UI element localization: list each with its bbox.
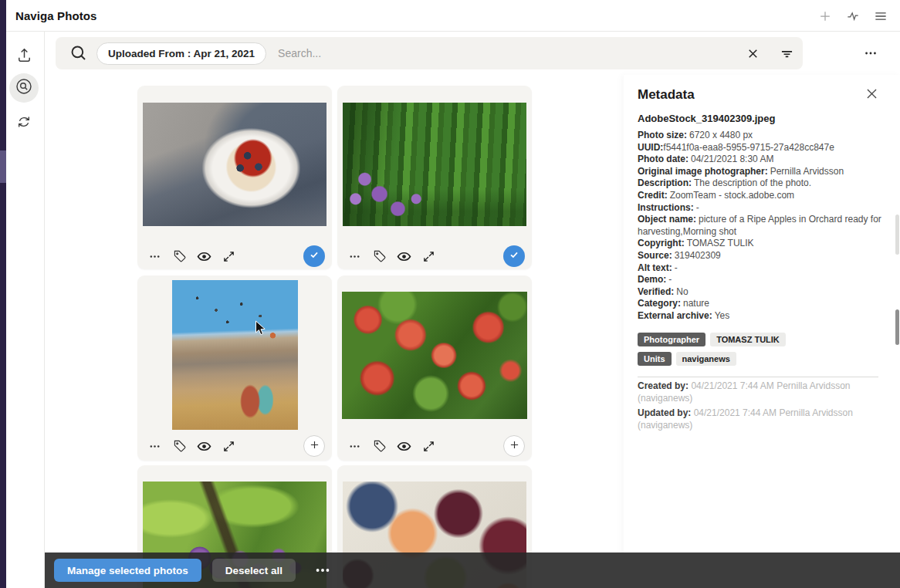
search-filter-chip[interactable]: Uploaded From : Apr 21, 2021 bbox=[96, 42, 266, 65]
search-row: Uploaded From : Apr 21, 2021 Search... bbox=[45, 32, 900, 75]
metadata-field: Photo size:6720 x 4480 px bbox=[638, 130, 892, 142]
photo-card bbox=[337, 86, 532, 269]
eye-icon[interactable] bbox=[397, 439, 411, 454]
tag-row: Photographer TOMASZ TULIK bbox=[638, 333, 889, 346]
expand-icon[interactable] bbox=[421, 439, 436, 454]
updated-by: Updated by: 04/21/2021 7:44 AM Pernilla … bbox=[638, 407, 889, 431]
refresh-icon bbox=[15, 113, 32, 133]
metadata-fields: Photo size:6720 x 4480 px UUID:f5441f0a-… bbox=[638, 130, 892, 323]
metadata-field: Demo:- bbox=[638, 274, 892, 286]
filter-icon[interactable] bbox=[778, 45, 795, 62]
tag-icon[interactable] bbox=[172, 249, 187, 264]
panel-title: Metadata bbox=[638, 87, 889, 103]
metadata-field: Source:319402309 bbox=[638, 250, 892, 262]
check-icon bbox=[508, 248, 520, 264]
more-icon[interactable] bbox=[147, 249, 162, 264]
tag-value-badge[interactable]: TOMASZ TULIK bbox=[710, 333, 786, 346]
upload-button[interactable] bbox=[9, 42, 39, 71]
expand-icon[interactable] bbox=[421, 249, 436, 264]
metadata-field: Description:The description of the photo… bbox=[638, 177, 892, 190]
expand-icon[interactable] bbox=[222, 249, 236, 264]
select-add-button[interactable] bbox=[303, 435, 325, 457]
divider bbox=[638, 377, 878, 377]
photo-card bbox=[337, 275, 532, 461]
activity-icon[interactable] bbox=[844, 8, 861, 25]
app-header: Naviga Photos bbox=[6, 0, 900, 32]
check-icon bbox=[308, 248, 320, 264]
photo-card bbox=[137, 86, 332, 269]
window-edge-strip bbox=[0, 0, 6, 588]
metadata-field: Credit:ZoomTeam - stock.adobe.com bbox=[638, 190, 892, 202]
upload-icon bbox=[15, 46, 33, 67]
photo-thumbnail[interactable] bbox=[143, 103, 327, 226]
search-bar[interactable]: Uploaded From : Apr 21, 2021 Search... bbox=[56, 37, 803, 69]
more-icon[interactable] bbox=[860, 42, 881, 64]
tag-row: Units naviganews bbox=[638, 352, 889, 366]
edge-scrollbar-thumb[interactable] bbox=[0, 150, 6, 183]
scrollbar-thumb[interactable] bbox=[895, 309, 899, 345]
metadata-panel: Metadata AdobeStock_319402309.jpeg Photo… bbox=[624, 75, 900, 588]
photo-thumbnail[interactable] bbox=[343, 103, 526, 226]
sidebar bbox=[6, 32, 45, 588]
sidebar-item-search-photos[interactable] bbox=[9, 73, 39, 103]
refresh-button[interactable] bbox=[9, 109, 39, 138]
photo-thumbnail[interactable] bbox=[342, 292, 527, 419]
more-icon[interactable] bbox=[147, 439, 162, 454]
expand-icon[interactable] bbox=[222, 439, 236, 454]
scrollbar-track-mark bbox=[895, 215, 899, 255]
eye-icon[interactable] bbox=[197, 439, 211, 454]
search-bar-actions bbox=[744, 37, 795, 69]
metadata-field: Verified:No bbox=[638, 286, 892, 299]
tag-value-badge[interactable]: naviganews bbox=[676, 352, 736, 366]
app-title: Naviga Photos bbox=[15, 9, 97, 22]
tag-key-badge: Units bbox=[638, 352, 672, 366]
metadata-field: Category:nature bbox=[638, 298, 892, 310]
metadata-field: UUID:f5441f0a-eaa8-5955-9715-27a428cc847… bbox=[638, 142, 892, 154]
tag-icon[interactable] bbox=[372, 249, 387, 264]
selection-action-bar: Manage selected photos Deselect all bbox=[45, 553, 900, 588]
metadata-tags: Photographer TOMASZ TULIK Units navigane… bbox=[638, 333, 889, 366]
plus-icon bbox=[508, 438, 521, 455]
more-icon[interactable] bbox=[314, 562, 331, 579]
card-actions bbox=[147, 434, 236, 458]
menu-icon[interactable] bbox=[872, 8, 889, 25]
select-checked-button[interactable] bbox=[503, 245, 525, 267]
select-add-button[interactable] bbox=[503, 435, 525, 457]
metadata-field: Instructions:- bbox=[638, 202, 892, 215]
more-icon[interactable] bbox=[347, 249, 362, 264]
search-photos-icon bbox=[15, 77, 33, 99]
photo-grid bbox=[45, 75, 624, 588]
close-icon[interactable] bbox=[863, 85, 880, 102]
metadata-field: External archive:Yes bbox=[638, 310, 892, 323]
plus-icon bbox=[308, 438, 321, 455]
photo-thumbnail[interactable] bbox=[172, 280, 298, 430]
metadata-field: Original image photographer:Pernilla Arv… bbox=[638, 166, 892, 178]
clear-icon[interactable] bbox=[744, 45, 761, 62]
search-input[interactable]: Search... bbox=[278, 47, 321, 59]
card-actions bbox=[347, 245, 436, 268]
photo-filename: AdobeStock_319402309.jpeg bbox=[638, 113, 889, 124]
eye-icon[interactable] bbox=[397, 249, 411, 264]
eye-icon[interactable] bbox=[197, 249, 211, 264]
deselect-all-button[interactable]: Deselect all bbox=[212, 559, 296, 582]
plus-icon[interactable] bbox=[817, 8, 834, 25]
card-actions bbox=[147, 245, 236, 268]
select-checked-button[interactable] bbox=[303, 245, 325, 267]
search-icon bbox=[69, 43, 89, 63]
tag-icon[interactable] bbox=[172, 439, 187, 454]
metadata-field: Photo date:04/21/2021 8:30 AM bbox=[638, 154, 892, 166]
metadata-field: Copyright:TOMASZ TULIK bbox=[638, 238, 892, 250]
created-by: Created by: 04/21/2021 7:44 AM Pernilla … bbox=[638, 380, 889, 404]
tag-icon[interactable] bbox=[372, 439, 387, 454]
header-icons bbox=[817, 0, 889, 32]
tag-key-badge: Photographer bbox=[638, 333, 705, 346]
metadata-field: Object name:picture of a Ripe Apples in … bbox=[638, 214, 892, 238]
more-icon[interactable] bbox=[347, 439, 362, 454]
manage-selected-button[interactable]: Manage selected photos bbox=[54, 559, 201, 582]
metadata-field: Alt text:- bbox=[638, 262, 892, 275]
photo-card bbox=[137, 275, 332, 461]
card-actions bbox=[347, 434, 436, 458]
